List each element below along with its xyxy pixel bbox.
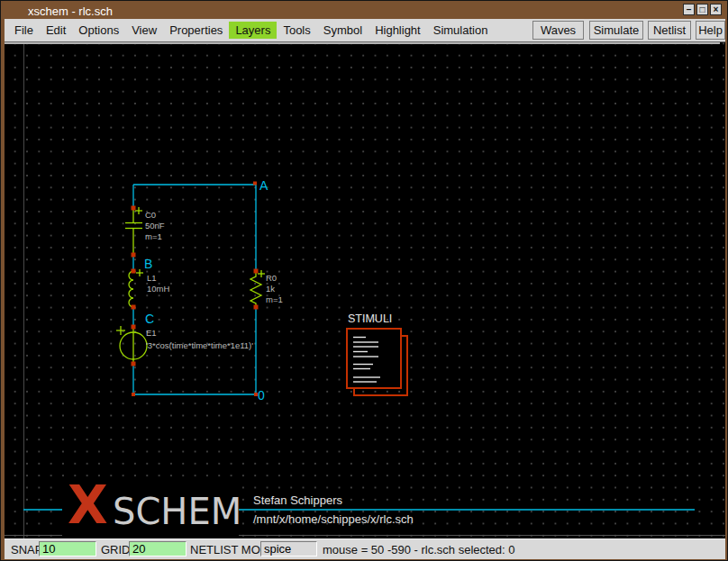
- inductor-name-label: L1: [147, 273, 157, 283]
- inductor-value-label: 10mH: [147, 284, 169, 294]
- wire-end-marker: [253, 182, 257, 185]
- xschem-logo: X SCHEM: [62, 484, 239, 538]
- menu-item-properties[interactable]: Properties: [163, 22, 229, 39]
- close-button[interactable]: ×: [710, 4, 722, 15]
- menu-item-view[interactable]: View: [125, 22, 163, 39]
- titlebar[interactable]: xschem - rlc.sch: [4, 3, 724, 19]
- menu-item-tools[interactable]: Tools: [277, 22, 316, 39]
- node-label-gnd[interactable]: 0: [258, 388, 265, 403]
- netlist-button[interactable]: Netlist: [648, 21, 691, 40]
- capacitor-symbol[interactable]: [125, 207, 142, 255]
- node-label-a[interactable]: A: [259, 178, 268, 193]
- menu-item-edit[interactable]: Edit: [40, 22, 72, 39]
- mouse-status-text: mouse = 50 -590 - rlc.sch selected: 0: [323, 543, 515, 556]
- pin: [132, 305, 136, 310]
- resistor-value-label: 1k: [266, 284, 275, 294]
- window-frame: xschem - rlc.sch – □ × File Edit Options…: [0, 0, 728, 561]
- inductor-symbol[interactable]: [129, 269, 143, 307]
- node-label-b[interactable]: B: [144, 257, 152, 271]
- pin: [132, 362, 136, 366]
- pin: [254, 305, 259, 310]
- menubar: File Edit Options View Properties Layers…: [5, 19, 725, 42]
- grid-input[interactable]: [129, 541, 187, 556]
- schematic-canvas[interactable]: A B C 0 C0 50nF m=1 L1 10mH E1 '3*cos(ti…: [5, 42, 725, 538]
- resistor-symbol[interactable]: [250, 270, 265, 307]
- logo-x-glyph: X: [68, 475, 108, 536]
- minimize-button[interactable]: –: [683, 4, 695, 15]
- pin: [132, 269, 136, 274]
- resistor-name-label: R0: [266, 273, 277, 283]
- simulate-button[interactable]: Simulate: [589, 21, 643, 40]
- pin: [132, 325, 136, 330]
- pin: [132, 206, 136, 211]
- statusbar: SNAP: GRID: NETLIST MODE: mouse = 50 -59…: [5, 538, 725, 559]
- menu-item-options[interactable]: Options: [72, 22, 125, 39]
- netlist-mode-input[interactable]: [260, 541, 317, 556]
- minimize-icon: –: [687, 5, 692, 14]
- author-text: Stefan Schippers: [253, 493, 342, 507]
- resistor-mult-label: m=1: [266, 294, 283, 304]
- capacitor-name-label: C0: [145, 210, 156, 220]
- menu-item-highlight[interactable]: Highlight: [369, 22, 427, 39]
- menu-item-symbol[interactable]: Symbol: [317, 22, 369, 39]
- menu-item-layers[interactable]: Layers: [229, 22, 277, 39]
- source-name-label: E1: [146, 328, 157, 338]
- schematic-drawing: A B C 0 C0 50nF m=1 L1 10mH E1 '3*cos(ti…: [5, 42, 725, 538]
- maximize-button[interactable]: □: [696, 4, 708, 15]
- menu-items: File Edit Options View Properties Layers…: [8, 19, 494, 41]
- menu-item-simulation[interactable]: Simulation: [427, 22, 495, 39]
- maximize-icon: □: [699, 5, 705, 14]
- help-button[interactable]: Help: [696, 21, 725, 40]
- pin: [132, 253, 136, 258]
- logo-schem-text: SCHEM: [113, 491, 241, 532]
- waves-button[interactable]: Waves: [532, 21, 584, 40]
- stimuli-block[interactable]: STIMULI: [347, 312, 407, 395]
- wire-end-marker: [132, 393, 135, 396]
- node-label-c[interactable]: C: [145, 312, 154, 326]
- close-icon: ×: [714, 5, 719, 14]
- pin: [254, 269, 259, 274]
- window-title: xschem - rlc.sch: [28, 5, 113, 18]
- file-path-text: /mnt/x/home/schippes/x/rlc.sch: [253, 512, 414, 526]
- source-value-label: '3*cos(time*time*time*1e11)': [146, 340, 253, 350]
- voltage-source-symbol[interactable]: [116, 326, 147, 364]
- snap-input[interactable]: [39, 541, 96, 556]
- capacitor-mult-label: m=1: [145, 231, 162, 241]
- capacitor-value-label: 50nF: [145, 221, 165, 231]
- menu-item-file[interactable]: File: [8, 22, 40, 39]
- stimuli-title: STIMULI: [348, 312, 392, 325]
